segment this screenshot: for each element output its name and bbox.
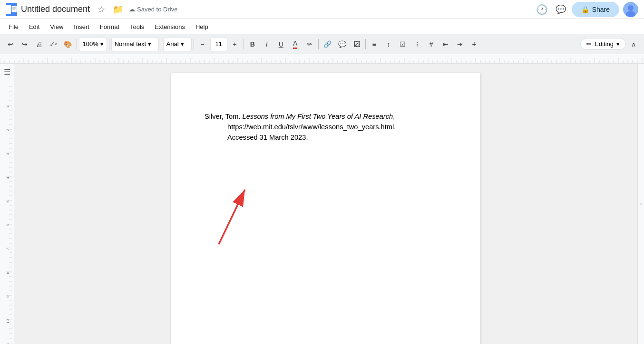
font-size-input[interactable]: 11: [210, 37, 227, 51]
redo-button[interactable]: ↪: [18, 37, 31, 51]
svg-rect-4: [12, 9, 15, 10]
indent-decrease-button[interactable]: ⇤: [439, 37, 452, 51]
title-bar: Untitled document ☆ 📁 ☁ Saved to Drive 🕐…: [0, 0, 644, 19]
toolbar: ↩ ↪ 🖨 ✓a 🎨 100% ▾ Normal text ▾ Arial ▾ …: [0, 34, 644, 54]
folder-icon[interactable]: 📁: [111, 2, 125, 17]
citation-accessed: Accessed 31 March 2023.: [227, 134, 308, 141]
menu-help[interactable]: Help: [191, 21, 213, 32]
font-size-decrease[interactable]: −: [196, 37, 209, 51]
main-area: ☰ Silver, Tom. Lessons from My First Two…: [0, 64, 644, 344]
divider-3: [161, 39, 161, 49]
menu-format[interactable]: Format: [95, 21, 124, 32]
svg-line-9: [219, 190, 245, 244]
numbered-list-button[interactable]: #: [425, 37, 438, 51]
divider-2: [109, 39, 109, 49]
chevron-down-icon: ▾: [100, 40, 104, 48]
ruler-canvas: [0, 54, 644, 64]
clear-formatting-button[interactable]: T̶: [468, 37, 481, 51]
divider-6: [318, 39, 319, 49]
left-gutter: ☰: [0, 64, 14, 344]
link-button[interactable]: 🔗: [321, 37, 334, 51]
menu-tools[interactable]: Tools: [125, 21, 149, 32]
comments-button[interactable]: 💬: [554, 2, 568, 17]
lock-icon: 🔒: [581, 6, 589, 13]
document-content: Silver, Tom. Lessons from My First Two Y…: [205, 111, 447, 143]
menu-edit[interactable]: Edit: [24, 21, 44, 32]
user-avatar[interactable]: [623, 2, 638, 17]
text-color-button[interactable]: A: [289, 37, 302, 51]
bullet-list-button[interactable]: ⁝: [410, 37, 424, 51]
pencil-icon: ✏: [586, 40, 592, 48]
menu-file[interactable]: File: [4, 21, 23, 32]
menu-extensions[interactable]: Extensions: [150, 21, 190, 32]
citation-url: https://web.mit.edu/tslvr/www/lessons_tw…: [227, 123, 396, 131]
vertical-ruler-canvas: [2, 82, 12, 344]
divider-7: [365, 39, 366, 49]
share-button[interactable]: 🔒 Share: [572, 2, 619, 17]
google-docs-icon: [6, 3, 17, 16]
horizontal-ruler: [0, 54, 644, 64]
menu-bar: File Edit View Insert Format Tools Exten…: [0, 19, 644, 34]
zoom-select[interactable]: 100% ▾: [79, 37, 107, 51]
text-cursor: [396, 124, 396, 131]
svg-rect-1: [11, 6, 17, 12]
image-button[interactable]: 🖼: [350, 37, 363, 51]
font-select[interactable]: Arial ▾: [163, 37, 192, 51]
underline-button[interactable]: U: [274, 37, 288, 51]
citation-title-italic: Lessons from My First Two Years of AI Re…: [243, 113, 393, 120]
undo-button[interactable]: ↩: [4, 37, 17, 51]
history-button[interactable]: 🕐: [534, 2, 550, 17]
chevron-right-icon: ›: [640, 201, 642, 207]
print-button[interactable]: 🖨: [32, 37, 46, 51]
divider-4: [194, 39, 194, 49]
divider-5: [244, 39, 244, 49]
chevron-down-icon: ▾: [148, 40, 151, 48]
line-spacing-button[interactable]: ↕: [382, 37, 395, 51]
document-title[interactable]: Untitled document: [21, 4, 90, 14]
citation-comma: ,: [393, 113, 395, 120]
save-status: ☁ Saved to Drive: [129, 6, 177, 13]
indent-increase-button[interactable]: ⇥: [453, 37, 467, 51]
menu-insert[interactable]: Insert: [69, 21, 94, 32]
cloud-icon: ☁: [129, 6, 135, 13]
highlight-button[interactable]: ✏: [303, 37, 316, 51]
chevron-down-icon: ▾: [616, 40, 620, 48]
document-page[interactable]: Silver, Tom. Lessons from My First Two Y…: [171, 73, 480, 344]
italic-button[interactable]: I: [260, 37, 273, 51]
collapse-toolbar-button[interactable]: ∧: [627, 37, 640, 51]
citation-paragraph: Silver, Tom. Lessons from My First Two Y…: [205, 111, 447, 143]
menu-view[interactable]: View: [45, 21, 68, 32]
citation-author: Silver, Tom.: [205, 113, 243, 120]
paint-format-button[interactable]: 🎨: [61, 37, 75, 51]
style-select[interactable]: Normal text ▾: [111, 37, 159, 51]
chevron-down-icon: ▾: [181, 40, 184, 48]
divider-1: [77, 39, 77, 49]
font-size-increase[interactable]: +: [228, 37, 242, 51]
title-icon-group: ☆ 📁: [96, 2, 125, 17]
outline-icon[interactable]: ☰: [4, 67, 10, 76]
checklist-button[interactable]: ☑: [396, 37, 410, 51]
align-button[interactable]: ≡: [368, 37, 381, 51]
svg-rect-2: [12, 7, 16, 8]
bold-button[interactable]: B: [246, 37, 259, 51]
svg-point-6: [628, 5, 634, 11]
comment-button[interactable]: 💬: [335, 37, 349, 51]
svg-rect-3: [12, 8, 16, 9]
right-collapse-handle[interactable]: ›: [637, 64, 644, 344]
spellcheck-button[interactable]: ✓a: [47, 37, 60, 51]
star-icon[interactable]: ☆: [96, 2, 107, 17]
editing-mode-select[interactable]: ✏ Editing ▾: [580, 38, 626, 50]
document-area[interactable]: Silver, Tom. Lessons from My First Two Y…: [14, 64, 637, 344]
